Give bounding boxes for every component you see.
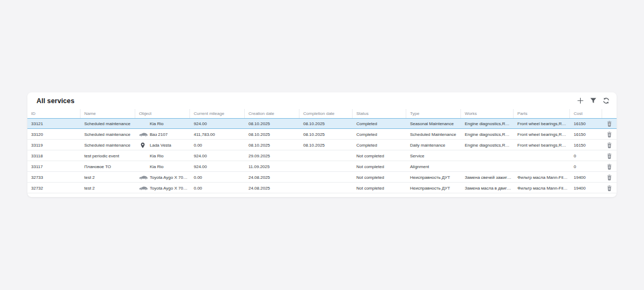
cell-cost: 16150 xyxy=(570,129,602,140)
table-row-33120[interactable]: 33120 Scheduled maintenance Ваз 2107 411… xyxy=(27,129,617,140)
car-icon xyxy=(139,175,150,179)
filter-button[interactable] xyxy=(588,96,598,106)
cell-id: 33120 xyxy=(27,129,80,140)
cell-current-mileage: 924.00 xyxy=(190,161,245,172)
table-row-33118[interactable]: 33118 test periodic event Kia Rio 924.00… xyxy=(27,150,617,161)
cell-name: test 2 xyxy=(80,172,135,183)
cell-parts: Front wheel bearings,Rear ... xyxy=(514,140,570,150)
column-header-completion-date[interactable]: Completion date xyxy=(299,109,353,118)
cell-creation-date: 24.08.2025 xyxy=(245,183,299,193)
cell-creation-date: 08.10.2025 xyxy=(245,140,299,150)
add-service-button[interactable] xyxy=(575,96,586,106)
delete-button[interactable] xyxy=(602,172,617,182)
column-header-actions xyxy=(602,109,617,118)
column-header-creation-date[interactable]: Creation date xyxy=(245,109,299,118)
refresh-icon xyxy=(603,97,610,104)
cell-type: Alignment xyxy=(406,161,461,172)
delete-button[interactable] xyxy=(602,162,617,171)
delete-button[interactable] xyxy=(602,119,617,128)
cell-status: Not completed xyxy=(353,150,406,161)
column-header-status[interactable]: Status xyxy=(353,109,406,118)
cell-works xyxy=(461,150,514,161)
trash-icon xyxy=(607,153,612,159)
cell-actions xyxy=(602,172,617,183)
cell-status: Completed xyxy=(353,129,406,140)
cell-id: 33118 xyxy=(27,150,80,161)
cell-object: Kia Rio xyxy=(135,161,190,172)
cell-works: Замена свечей зажигания... xyxy=(461,172,514,183)
cell-type: Daily maintenance xyxy=(406,140,461,150)
cell-object: Ваз 2107 xyxy=(135,129,190,140)
column-header-parts[interactable]: Parts xyxy=(514,109,570,118)
cell-object: Toyota Aygo X 7010 xyxy=(135,172,190,183)
refresh-button[interactable] xyxy=(601,96,611,106)
location-pin-icon xyxy=(139,142,150,148)
column-header-type[interactable]: Type xyxy=(406,109,461,118)
cell-actions xyxy=(602,118,617,129)
cell-creation-date: 08.10.2025 xyxy=(245,129,299,140)
column-header-cost[interactable]: Cost xyxy=(570,109,602,118)
table-row-32733[interactable]: 32733 test 2 Toyota Aygo X 7010 0.00 24.… xyxy=(27,172,617,183)
cell-actions xyxy=(602,183,617,193)
cell-id: 33121 xyxy=(27,118,80,129)
cell-works xyxy=(461,161,514,172)
cell-parts: Front wheel bearings,Rear ... xyxy=(514,118,570,129)
trash-icon xyxy=(607,132,612,137)
trash-icon xyxy=(607,142,612,148)
delete-button[interactable] xyxy=(602,183,617,193)
table-row-33117[interactable]: 33117 Плановое ТО Kia Rio 924.00 11.09.2… xyxy=(27,161,617,172)
cell-works: Engine diagnostics,Replaci... xyxy=(461,118,514,129)
cell-status: Completed xyxy=(353,118,406,129)
object-label: Kia Rio xyxy=(150,164,164,169)
cell-name: Scheduled maintenance xyxy=(80,118,135,129)
cell-id: 32732 xyxy=(27,183,80,193)
table-row-33119[interactable]: 33119 Scheduled maintenance Lada Vesta 0… xyxy=(27,140,617,150)
services-panel: All services ID Name Object Curr xyxy=(27,92,617,197)
cell-creation-date: 11.09.2025 xyxy=(245,161,299,172)
cell-status: Not completed xyxy=(353,161,406,172)
cell-current-mileage: 924.00 xyxy=(190,150,245,161)
cell-completion-date xyxy=(299,161,353,172)
cell-current-mileage: 411,783.00 xyxy=(190,129,245,140)
plus-icon xyxy=(577,97,584,104)
toolbar xyxy=(575,96,611,106)
delete-button[interactable] xyxy=(602,129,617,139)
page-title: All services xyxy=(36,97,75,105)
cell-object: Kia Rio xyxy=(135,150,190,161)
cell-current-mileage: 924.00 xyxy=(190,118,245,129)
cell-completion-date: 08.10.2025 xyxy=(299,129,353,140)
cell-name: Scheduled maintenance xyxy=(80,140,135,150)
column-header-id[interactable]: ID xyxy=(27,109,80,118)
column-header-object[interactable]: Object xyxy=(135,109,190,118)
cell-creation-date: 08.10.2025 xyxy=(245,118,299,129)
object-label: Toyota Aygo X 7012 xyxy=(150,186,188,191)
object-label: Kia Rio xyxy=(150,154,164,158)
cell-completion-date: 08.10.2025 xyxy=(299,140,353,150)
cell-status: Not completed xyxy=(353,183,406,193)
column-header-works[interactable]: Works xyxy=(461,109,514,118)
table-row-33121[interactable]: 33121 Scheduled maintenance Kia Rio 924.… xyxy=(27,118,617,129)
table-row-32732[interactable]: 32732 test 2 Toyota Aygo X 7012 0.00 24.… xyxy=(27,183,617,193)
column-header-current-mileage[interactable]: Current mileage xyxy=(190,109,245,118)
trash-icon xyxy=(607,164,612,170)
delete-button[interactable] xyxy=(602,140,617,150)
trash-icon xyxy=(607,121,612,127)
object-label: Kia Rio xyxy=(150,121,164,126)
cell-completion-date xyxy=(299,150,353,161)
cell-name: Scheduled maintenance xyxy=(80,129,135,140)
column-header-name[interactable]: Name xyxy=(80,109,135,118)
car-icon xyxy=(139,132,150,136)
cell-actions xyxy=(602,161,617,172)
delete-button[interactable] xyxy=(602,151,617,161)
cell-parts: Фильтр масла Mann-Filter... xyxy=(514,183,570,193)
cell-parts: Front wheel bearings,Rear ... xyxy=(514,129,570,140)
cell-parts xyxy=(514,150,570,161)
cell-completion-date: 08.10.2025 xyxy=(299,118,353,129)
cell-completion-date xyxy=(299,183,353,193)
cell-creation-date: 29.09.2025 xyxy=(245,150,299,161)
cell-current-mileage: 0.00 xyxy=(190,172,245,183)
cell-cost: 19400 xyxy=(570,172,602,183)
cell-name: test periodic event xyxy=(80,150,135,161)
cell-parts: Фильтр масла Mann-Filter... xyxy=(514,172,570,183)
cell-type: Service xyxy=(406,150,461,161)
